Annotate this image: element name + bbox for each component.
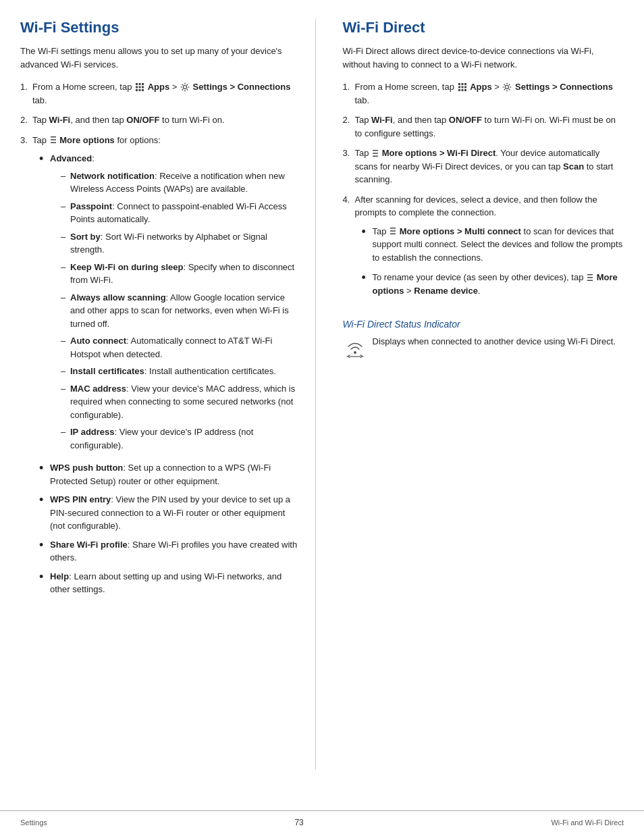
dash-3: – (61, 230, 70, 257)
svg-rect-1 (139, 83, 141, 85)
bullet-dot-multiconnect: • (362, 226, 373, 265)
apps-label-r1: Apps (470, 82, 492, 92)
right-step-3: 3. Tap More options > Wi-Fi Direct. Your… (343, 147, 624, 186)
keep-wifi-label: Keep Wi-Fi on during sleep (70, 262, 183, 272)
right-step-2-content: Tap Wi-Fi, and then tap ON/OFF to turn W… (355, 113, 624, 140)
dash-7: – (61, 365, 70, 378)
status-section: Wi-Fi Direct Status Indicator (343, 319, 624, 358)
bullet-share-wifi-content: Share Wi-Fi profile: Share Wi-Fi profile… (50, 538, 302, 565)
dash-8: – (61, 382, 70, 422)
right-sub-bullet-list: • Tap (362, 225, 624, 298)
bullet-wps-pin: • WPS PIN entry: View the PIN used by yo… (39, 493, 302, 533)
bullet-wps-pin-content: WPS PIN entry: View the PIN used by your… (50, 493, 302, 533)
svg-point-9 (183, 85, 186, 88)
advanced-label: Advanced (50, 153, 92, 163)
bullet-help-content: Help: Learn about setting up and using W… (50, 570, 302, 596)
footer: Settings 73 Wi-Fi and Wi-Fi Direct (0, 810, 644, 834)
sub-auto-connect: – Auto connect: Automatically connect to… (61, 334, 302, 361)
bullet-list-3: • Advanced: – Network notification: Rece… (39, 152, 302, 596)
svg-rect-0 (136, 83, 138, 85)
bullet-dot-rename: • (362, 271, 373, 297)
footer-center-page-num: 73 (294, 818, 303, 827)
bullet-dot-wps-pin: • (39, 494, 50, 533)
left-step-1: 1. From a Home screen, tap (20, 80, 302, 107)
bullet-dot-advanced: • (39, 153, 50, 456)
bullet-advanced: • Advanced: – Network notification: Rece… (39, 152, 302, 456)
wps-pin-label: WPS PIN entry (50, 494, 111, 504)
bullet-wps-push: • WPS push button: Set up a connection t… (39, 461, 302, 488)
right-step-4-content: After scanning for devices, select a dev… (355, 193, 624, 305)
svg-rect-12 (51, 142, 56, 144)
svg-rect-27 (390, 230, 396, 232)
bullet-share-wifi: • Share Wi-Fi profile: Share Wi-Fi profi… (39, 538, 302, 565)
content-columns: Wi-Fi Settings The Wi-Fi settings menu a… (0, 0, 644, 810)
svg-rect-3 (136, 86, 138, 88)
sub-mac-address: – MAC address: View your device's MAC ad… (61, 382, 302, 422)
sub-auto-connect-content: Auto connect: Automatically connect to A… (70, 334, 302, 361)
dash-1: – (61, 170, 70, 196)
right-step-num-3: 3. (343, 147, 355, 186)
right-steps: 1. From a Home screen, tap (343, 80, 624, 304)
left-step-2: 2. Tap Wi-Fi, and then tap ON/OFF to tur… (20, 113, 302, 127)
bullet-dot-share-wifi: • (39, 539, 50, 565)
sub-network-notification: – Network notification: Receive a notifi… (61, 170, 302, 196)
right-sub-bullet-rename: • To rename your device (as seen by othe… (362, 271, 624, 297)
sub-keep-wifi-content: Keep Wi-Fi on during sleep: Specify when… (70, 261, 302, 287)
bullet-dot-wps-push: • (39, 462, 50, 488)
step-3-content: Tap More options for options: (32, 134, 302, 602)
svg-rect-26 (390, 228, 396, 229)
right-title: Wi-Fi Direct (343, 19, 624, 36)
sub-sort-by: – Sort by: Sort Wi-Fi networks by Alphab… (61, 230, 302, 257)
dash-9: – (61, 425, 70, 452)
bullet-wps-push-content: WPS push button: Set up a connection to … (50, 461, 302, 488)
onoff-label-2: ON/OFF (126, 115, 159, 125)
sub-always-scan-content: Always allow scanning: Allow Google loca… (70, 291, 302, 331)
sub-network-notification-content: Network notification: Receive a notifica… (70, 170, 302, 196)
step-num-2: 2. (20, 113, 32, 127)
left-step-3: 3. Tap More options for options: (20, 134, 302, 602)
more-icon-rename (587, 273, 593, 282)
right-step-num-4: 4. (343, 193, 355, 305)
right-step-4: 4. After scanning for devices, select a … (343, 193, 624, 305)
auto-connect-label: Auto connect (70, 336, 126, 346)
left-steps: 1. From a Home screen, tap (20, 80, 302, 602)
sub-sort-by-content: Sort by: Sort Wi-Fi networks by Alphabet… (70, 230, 302, 257)
settings-icon-1 (180, 82, 190, 92)
sub-ip-address: – IP address: View your device's IP addr… (61, 425, 302, 452)
step-2-content: Tap Wi-Fi, and then tap ON/OFF to turn W… (32, 113, 302, 127)
svg-rect-25 (373, 155, 378, 157)
svg-rect-16 (458, 86, 460, 88)
settings-connections-label-r1: Settings > Connections (515, 82, 613, 92)
bullet-dot-help: • (39, 571, 50, 596)
svg-rect-20 (461, 89, 463, 91)
network-notification-label: Network notification (70, 171, 155, 181)
sub-mac-address-content: MAC address: View your device's MAC addr… (70, 382, 302, 422)
sub-list-advanced: – Network notification: Receive a notifi… (61, 170, 302, 452)
mac-address-label: MAC address (70, 384, 126, 394)
left-title: Wi-Fi Settings (20, 19, 302, 36)
svg-rect-15 (464, 83, 466, 85)
bullet-help: • Help: Learn about setting up and using… (39, 570, 302, 596)
svg-rect-13 (458, 83, 460, 85)
sub-keep-wifi: – Keep Wi-Fi on during sleep: Specify wh… (61, 261, 302, 287)
page: Wi-Fi Settings The Wi-Fi settings menu a… (0, 0, 644, 834)
right-step-num-2: 2. (343, 113, 355, 140)
scan-label: Scan (563, 161, 584, 172)
apps-icon-1 (135, 82, 144, 92)
more-icon-3 (50, 135, 57, 145)
right-intro: Wi-Fi Direct allows direct device-to-dev… (343, 45, 624, 71)
svg-rect-30 (587, 277, 593, 278)
svg-rect-10 (51, 136, 56, 138)
more-options-multiconnect-label: More options > Multi connect (400, 226, 521, 236)
svg-rect-31 (587, 280, 593, 281)
svg-rect-18 (464, 86, 466, 88)
always-scan-label: Always allow scanning (70, 292, 166, 303)
settings-connections-label-1: Settings > Connections (193, 82, 291, 92)
apps-label-1: Apps (148, 82, 170, 92)
sub-install-certs: – Install certificates: Install authenti… (61, 365, 302, 378)
svg-rect-5 (142, 86, 144, 88)
svg-rect-21 (464, 89, 466, 91)
more-options-rename-label: More options (373, 272, 618, 296)
svg-rect-24 (373, 153, 378, 154)
right-column: Wi-Fi Direct Wi-Fi Direct allows direct … (336, 19, 624, 770)
